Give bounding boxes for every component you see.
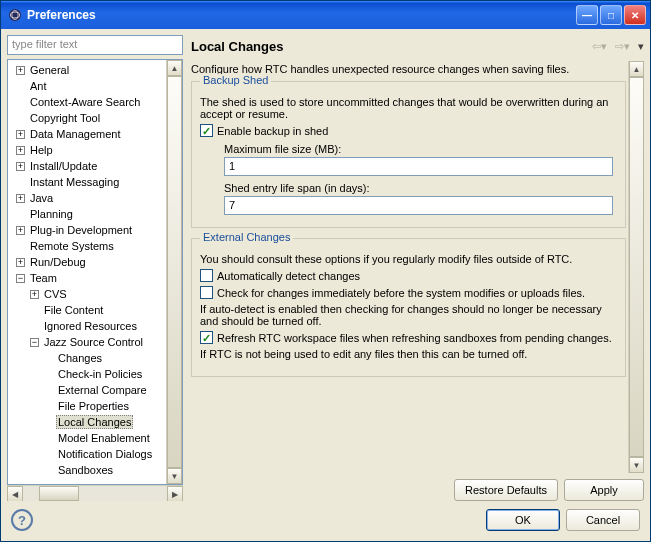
tree-item[interactable]: +General xyxy=(10,62,166,78)
tree-item[interactable]: Instant Messaging xyxy=(10,174,166,190)
maximize-button[interactable]: □ xyxy=(600,5,622,25)
tree-item-label: Context-Aware Search xyxy=(28,96,142,108)
tree-item[interactable]: +CVS xyxy=(10,286,166,302)
content-vertical-scrollbar[interactable]: ▲ ▼ xyxy=(628,61,644,473)
nav-panel: type filter text +GeneralAntContext-Awar… xyxy=(7,35,183,501)
tree-item-label: Data Management xyxy=(28,128,123,140)
refresh-note: If RTC is not being used to edit any fil… xyxy=(200,348,617,360)
tree-item[interactable]: +Data Management xyxy=(10,126,166,142)
window-titlebar: Preferences — □ ✕ xyxy=(1,1,650,29)
preferences-tree[interactable]: +GeneralAntContext-Aware SearchCopyright… xyxy=(8,60,166,484)
tree-item[interactable]: Check-in Policies xyxy=(10,366,166,382)
collapse-icon[interactable]: − xyxy=(30,338,39,347)
tree-item-label: Model Enablement xyxy=(56,432,152,444)
tree-item[interactable]: Ant xyxy=(10,78,166,94)
tree-spacer xyxy=(16,114,25,123)
auto-detect-checkbox[interactable] xyxy=(200,269,213,282)
tree-item[interactable]: External Compare xyxy=(10,382,166,398)
expand-icon[interactable]: + xyxy=(16,162,25,171)
tree-item[interactable]: Ignored Resources xyxy=(10,318,166,334)
tree-item[interactable]: +Install/Update xyxy=(10,158,166,174)
tree-item[interactable]: File Content xyxy=(10,302,166,318)
backup-group-title: Backup Shed xyxy=(200,74,271,86)
tree-item[interactable]: +Run/Debug xyxy=(10,254,166,270)
tree-item-label: Jazz Source Control xyxy=(42,336,145,348)
tree-spacer xyxy=(44,450,53,459)
tree-item[interactable]: Context-Aware Search xyxy=(10,94,166,110)
scroll-down-icon[interactable]: ▼ xyxy=(167,468,182,484)
tree-spacer xyxy=(44,402,53,411)
tree-horizontal-scrollbar[interactable]: ◀ ▶ xyxy=(7,485,183,501)
check-changes-label: Check for changes immediately before the… xyxy=(217,287,585,299)
tree-item-label: Notification Dialogs xyxy=(56,448,154,460)
minimize-button[interactable]: — xyxy=(576,5,598,25)
check-changes-checkbox[interactable] xyxy=(200,286,213,299)
tree-item[interactable]: Changes xyxy=(10,350,166,366)
ok-button[interactable]: OK xyxy=(486,509,560,531)
view-menu-icon[interactable]: ▾ xyxy=(638,40,644,53)
shed-lifespan-label: Shed entry life span (in days): xyxy=(224,182,617,194)
enable-backup-checkbox[interactable] xyxy=(200,124,213,137)
max-filesize-label: Maximum file size (MB): xyxy=(224,143,617,155)
content-scroll-up-icon[interactable]: ▲ xyxy=(629,61,644,77)
scroll-left-icon[interactable]: ◀ xyxy=(7,486,23,501)
tree-item-label: Plug-in Development xyxy=(28,224,134,236)
tree-item[interactable]: File Properties xyxy=(10,398,166,414)
eclipse-icon xyxy=(7,7,23,23)
tree-spacer xyxy=(30,306,39,315)
scroll-right-icon[interactable]: ▶ xyxy=(167,486,183,501)
tree-item-label: Copyright Tool xyxy=(28,112,102,124)
expand-icon[interactable]: + xyxy=(16,194,25,203)
tree-item[interactable]: Remote Systems xyxy=(10,238,166,254)
enable-backup-label: Enable backup in shed xyxy=(217,125,328,137)
filter-input[interactable]: type filter text xyxy=(7,35,183,55)
restore-defaults-button[interactable]: Restore Defaults xyxy=(454,479,558,501)
expand-icon[interactable]: + xyxy=(30,290,39,299)
expand-icon[interactable]: + xyxy=(16,146,25,155)
tree-item[interactable]: Local Changes xyxy=(10,414,166,430)
tree-item-label: General xyxy=(28,64,71,76)
tree-item[interactable]: +Plug-in Development xyxy=(10,222,166,238)
external-changes-group: External Changes You should consult thes… xyxy=(191,238,626,377)
tree-item[interactable]: Notification Dialogs xyxy=(10,446,166,462)
collapse-icon[interactable]: − xyxy=(16,274,25,283)
tree-spacer xyxy=(16,242,25,251)
scroll-thumb[interactable] xyxy=(39,486,79,501)
tree-item-label: CVS xyxy=(42,288,69,300)
tree-item-label: Sandboxes xyxy=(56,464,115,476)
apply-button[interactable]: Apply xyxy=(564,479,644,501)
tree-item[interactable]: −Jazz Source Control xyxy=(10,334,166,350)
tree-item[interactable]: +Java xyxy=(10,190,166,206)
tree-item[interactable]: −Team xyxy=(10,270,166,286)
tree-item-label: Help xyxy=(28,144,55,156)
expand-icon[interactable]: + xyxy=(16,66,25,75)
expand-icon[interactable]: + xyxy=(16,226,25,235)
max-filesize-input[interactable]: 1 xyxy=(224,157,613,176)
close-button[interactable]: ✕ xyxy=(624,5,646,25)
tree-item[interactable]: Sandboxes xyxy=(10,462,166,478)
tree-item-label: Run/Debug xyxy=(28,256,88,268)
scroll-up-icon[interactable]: ▲ xyxy=(167,60,182,76)
cancel-button[interactable]: Cancel xyxy=(566,509,640,531)
nav-forward-icon[interactable]: ⇨▾ xyxy=(615,40,630,53)
tree-spacer xyxy=(44,370,53,379)
shed-lifespan-input[interactable]: 7 xyxy=(224,196,613,215)
content-scroll-down-icon[interactable]: ▼ xyxy=(629,457,644,473)
tree-item[interactable]: Copyright Tool xyxy=(10,110,166,126)
help-icon[interactable]: ? xyxy=(11,509,33,531)
tree-vertical-scrollbar[interactable]: ▲ ▼ xyxy=(166,60,182,484)
tree-spacer xyxy=(44,418,53,427)
tree-item-label: Check-in Policies xyxy=(56,368,144,380)
expand-icon[interactable]: + xyxy=(16,130,25,139)
tree-item[interactable]: +Help xyxy=(10,142,166,158)
nav-back-icon[interactable]: ⇦▾ xyxy=(592,40,607,53)
tree-item-label: Instant Messaging xyxy=(28,176,121,188)
tree-spacer xyxy=(44,466,53,475)
refresh-workspace-checkbox[interactable] xyxy=(200,331,213,344)
tree-item[interactable]: Planning xyxy=(10,206,166,222)
tree-item[interactable]: Model Enablement xyxy=(10,430,166,446)
tree-item-label: Changes xyxy=(56,352,104,364)
expand-icon[interactable]: + xyxy=(16,258,25,267)
backup-shed-group: Backup Shed The shed is used to store un… xyxy=(191,81,626,228)
window-title: Preferences xyxy=(27,8,574,22)
